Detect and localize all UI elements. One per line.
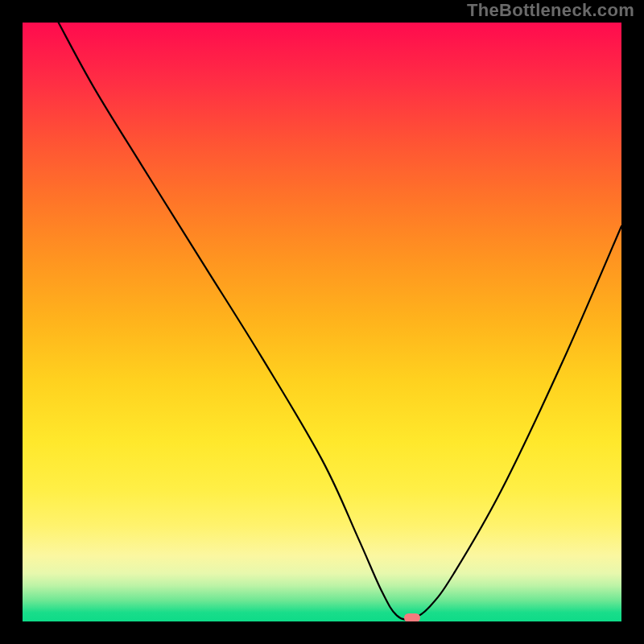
plot-area [23, 23, 621, 621]
watermark-text: TheBottleneck.com [467, 0, 634, 21]
chart-frame: TheBottleneck.com [0, 0, 644, 644]
bottleneck-curve [23, 23, 621, 621]
optimum-marker [404, 613, 420, 621]
curve-path [59, 23, 621, 620]
